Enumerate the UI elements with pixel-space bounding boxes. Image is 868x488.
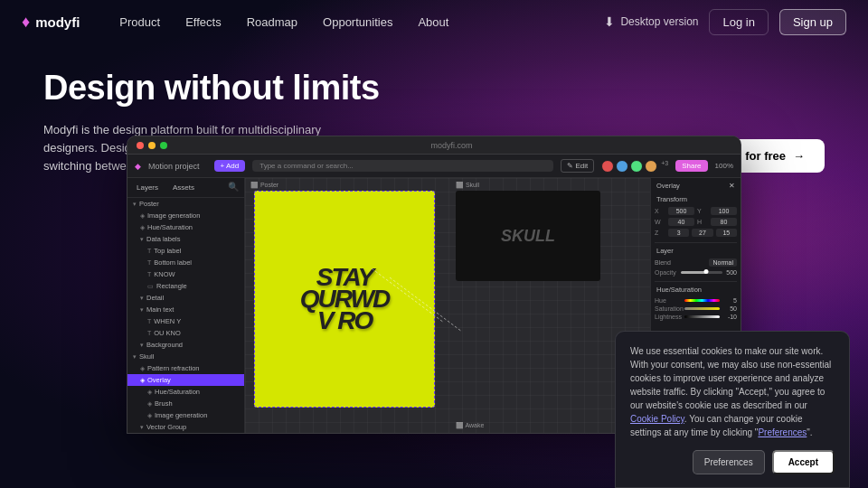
sat-slider[interactable] — [684, 307, 720, 310]
add-button-label: + Add — [221, 162, 240, 170]
cookie-preferences-button[interactable]: Preferences — [693, 450, 765, 474]
layer-data-labels[interactable]: ▾Data labels — [127, 233, 244, 245]
layer-main-text[interactable]: ▾Main text — [127, 304, 244, 315]
hue-slider[interactable] — [684, 299, 720, 302]
extra-avatars-count: +3 — [661, 160, 668, 173]
add-button[interactable]: + Add — [214, 160, 246, 172]
layer-detail[interactable]: ▾Detail — [127, 292, 244, 304]
avatar-2 — [616, 160, 628, 173]
z-row: Z 3 27 15 — [655, 229, 737, 237]
saturation-row: Saturation 50 — [655, 305, 737, 312]
opacity-value: 500 — [726, 269, 737, 276]
command-search[interactable]: Type a command or search... — [252, 160, 553, 172]
blend-label: Blend — [655, 259, 671, 266]
opacity-slider-handle[interactable] — [703, 269, 708, 274]
panel-search-icon[interactable]: 🔍 — [228, 182, 239, 193]
layer-overlay[interactable]: ◈Overlay — [127, 374, 244, 386]
layer-huesat-1[interactable]: ◈Hue/Saturation — [127, 221, 244, 233]
layer-background[interactable]: ▾Background — [127, 339, 244, 351]
sat-label: Saturation — [655, 305, 682, 312]
app-toolbar: ◆ Motion project + Add Type a command or… — [127, 155, 741, 178]
overlay-close-icon[interactable]: ✕ — [729, 182, 735, 190]
w-field[interactable]: 40 — [668, 218, 694, 226]
app-logo-icon: ◆ — [135, 162, 141, 171]
layer-group-icon-5: ▾ — [140, 424, 144, 431]
transform-label: Transform — [656, 195, 687, 203]
login-button[interactable]: Log in — [709, 9, 768, 35]
layer-text-icon-4: T — [147, 318, 151, 324]
preferences-link[interactable]: Preferences — [758, 427, 807, 437]
lightness-row: Lightness -10 — [655, 314, 737, 320]
nav-link-about[interactable]: About — [407, 10, 459, 34]
opacity-slider[interactable] — [681, 271, 722, 274]
window-minimize-dot[interactable] — [148, 142, 156, 149]
h-field[interactable]: 80 — [711, 218, 737, 226]
logo-icon: ♦ — [22, 13, 30, 32]
tab-layers[interactable]: Layers — [133, 182, 162, 193]
y-field[interactable]: 100 — [711, 207, 737, 215]
nav-link-opportunities[interactable]: Opportunities — [312, 10, 403, 34]
layer-when-y[interactable]: TWHEN Y — [127, 315, 244, 327]
layer-huesat-2[interactable]: ◈Hue/Saturation — [127, 386, 244, 398]
light-slider-track — [684, 315, 720, 318]
layer-image-gen-1[interactable]: ◈Image generation — [127, 210, 244, 221]
avatar-1 — [601, 160, 614, 173]
cookie-policy-link[interactable]: Cookie Policy — [630, 414, 684, 424]
signup-button[interactable]: Sign up — [779, 9, 846, 35]
z-field[interactable]: 3 — [668, 229, 689, 237]
cookie-buttons: Preferences Accept — [630, 450, 835, 474]
layer-effect-icon-4: ◈ — [140, 377, 145, 384]
logo-text: modyfi — [35, 14, 80, 30]
tab-assets[interactable]: Assets — [169, 182, 198, 193]
rotate-field[interactable]: 27 — [692, 229, 712, 237]
project-name[interactable]: Motion project — [148, 162, 200, 171]
light-slider[interactable] — [684, 315, 720, 318]
nav-link-effects[interactable]: Effects — [175, 10, 232, 34]
cookie-accept-button[interactable]: Accept — [772, 450, 835, 474]
corner-field[interactable]: 15 — [716, 229, 737, 237]
layer-poster[interactable]: ▾Poster — [127, 198, 244, 210]
hero-title: Design without limits — [43, 69, 391, 108]
window-maximize-dot[interactable] — [160, 142, 167, 149]
hue-label: Hue — [655, 297, 682, 304]
layer-arrow-icon: ▾ — [133, 201, 137, 208]
layer-know[interactable]: TKNOW — [127, 268, 244, 280]
layer-rectangle[interactable]: ▭Rectangle — [127, 280, 244, 292]
poster-canvas[interactable]: STAYQURWDV RO — [254, 191, 435, 408]
blend-row: Blend Normal — [655, 258, 737, 267]
layer-ou-kno[interactable]: TOU KNO — [127, 327, 244, 339]
opacity-label: Opacity — [655, 269, 677, 276]
canvas-label-poster: ⬜ Poster — [250, 182, 278, 189]
canvas-area[interactable]: ⬜ Poster ⬜ Skull ⬜ Awake STAYQURWDV RO S… — [245, 178, 650, 433]
zoom-level[interactable]: 100% — [715, 162, 733, 170]
nav-link-roadmap[interactable]: Roadmap — [236, 10, 308, 34]
hue-row: Hue 5 — [655, 297, 737, 304]
layer-image-gen-2[interactable]: ◈Image generation — [127, 409, 244, 421]
x-label: X — [655, 208, 665, 214]
skull-canvas[interactable]: SKULL — [456, 191, 600, 281]
layer-brush[interactable]: ◈Brush — [127, 398, 244, 409]
layer-effect-icon-2: ◈ — [140, 224, 145, 231]
edit-button[interactable]: ✎ Edit — [561, 159, 594, 173]
layer-header: Layer — [655, 247, 737, 255]
blend-value[interactable]: Normal — [709, 258, 737, 267]
layer-skull[interactable]: ▾Skull — [127, 351, 244, 362]
hue-sat-header: Hue/Saturation — [655, 286, 737, 294]
hue-slider-track — [684, 299, 720, 302]
cookie-banner: We use essential cookies to make our sit… — [615, 331, 850, 488]
wh-row: W 40 H 80 — [655, 218, 737, 226]
desktop-version-button[interactable]: ⬇ Desktop version — [604, 14, 698, 29]
x-field[interactable]: 500 — [668, 207, 694, 215]
cookie-text: We use essential cookies to make our sit… — [630, 344, 835, 439]
skull-text: SKULL — [501, 227, 555, 246]
layer-bottom-label[interactable]: TBottom label — [127, 257, 244, 268]
layer-pattern[interactable]: ◈Pattern refraction — [127, 362, 244, 374]
nav-links: Product Effects Roadmap Opportunities Ab… — [108, 10, 604, 34]
layer-top-label[interactable]: TTop label — [127, 245, 244, 257]
share-button[interactable]: Share — [675, 160, 707, 172]
nav-logo[interactable]: ♦ modyfi — [22, 13, 80, 32]
sat-slider-track — [684, 307, 720, 310]
window-close-dot[interactable] — [137, 142, 144, 149]
layer-vector-group[interactable]: ▾Vector Group — [127, 421, 244, 433]
nav-link-product[interactable]: Product — [108, 10, 171, 34]
